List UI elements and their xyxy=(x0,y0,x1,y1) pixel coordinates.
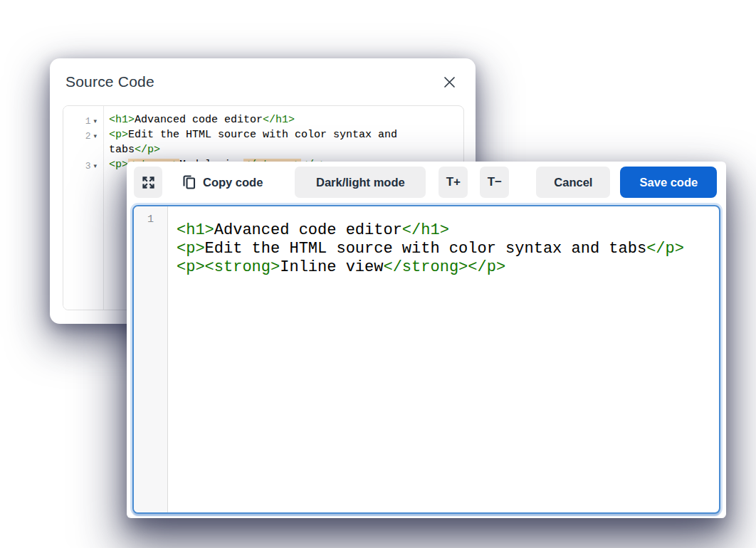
gutter-line-number[interactable]: 2▾ xyxy=(63,127,103,142)
copy-code-button[interactable]: Copy code xyxy=(179,167,264,198)
modal-header: Source Code xyxy=(50,58,476,90)
gutter-line-number[interactable]: 1▾ xyxy=(63,112,103,127)
fold-arrow-icon[interactable]: ▾ xyxy=(93,132,97,139)
copy-icon xyxy=(181,174,196,191)
expand-icon xyxy=(141,175,156,190)
gutter-line-number[interactable]: 3▾ xyxy=(63,157,103,172)
front-gutter: 1 xyxy=(134,206,168,512)
fold-arrow-icon[interactable]: ▾ xyxy=(93,162,97,169)
cancel-button[interactable]: Cancel xyxy=(536,167,610,198)
back-gutter: 1▾2▾3▾ xyxy=(63,106,104,310)
inline-editor-panel: Copy code Dark/light mode T+ T− Cancel S… xyxy=(127,162,726,518)
page-canvas: Source Code 1▾2▾3▾ <h1>Advanced code edi… xyxy=(0,0,756,548)
fold-arrow-icon[interactable]: ▾ xyxy=(93,117,97,125)
font-size-decrease-button[interactable]: T− xyxy=(480,167,509,198)
dark-light-mode-button[interactable]: Dark/light mode xyxy=(295,167,426,198)
code-line: <h1>Advanced code editor</h1> xyxy=(177,221,709,240)
editor-toolbar: Copy code Dark/light mode T+ T− Cancel S… xyxy=(127,162,726,198)
code-line: <p>Edit the HTML source with color synta… xyxy=(177,240,709,258)
copy-code-label: Copy code xyxy=(203,176,263,189)
code-line: <h1>Advanced code editor</h1> xyxy=(109,112,446,127)
inline-code-editor[interactable]: 1 <h1>Advanced code editor</h1><p>Edit t… xyxy=(132,205,720,514)
font-size-increase-button[interactable]: T+ xyxy=(439,167,468,198)
close-icon xyxy=(443,76,456,88)
close-button[interactable] xyxy=(442,75,457,90)
code-line: <p>Edit the HTML source with color synta… xyxy=(109,127,446,157)
save-code-button[interactable]: Save code xyxy=(620,167,717,198)
line-number: 1 xyxy=(147,214,154,226)
fullscreen-button[interactable] xyxy=(134,167,162,198)
front-code-content[interactable]: <h1>Advanced code editor</h1><p>Edit the… xyxy=(168,206,719,512)
modal-title: Source Code xyxy=(65,73,154,90)
code-line: <p><strong>Inline view</strong></p> xyxy=(177,258,709,277)
